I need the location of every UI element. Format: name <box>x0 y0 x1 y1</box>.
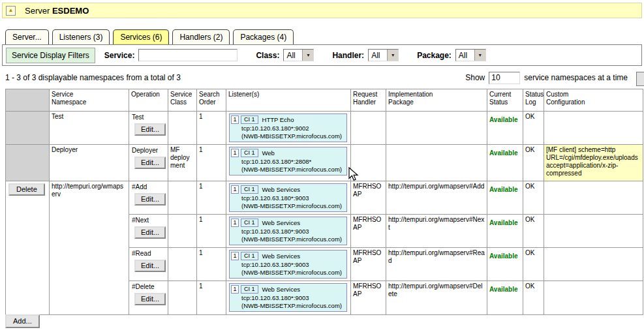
server-label: Server <box>25 6 50 16</box>
implementation-package-cell: http://tempuri.org/wmapserv#Add <box>386 181 487 215</box>
custom-config-line: URL=/cgi/mfdeploy.exe/uploads <box>546 154 641 162</box>
namespace-count-summary: 1 - 3 of 3 displayable namespaces from a… <box>5 73 181 82</box>
header-listeners: Listener(s) <box>226 89 351 112</box>
namespace-cell: Test <box>50 112 129 145</box>
custom-config-line: accept=application/x-zip-compressed <box>546 162 641 177</box>
delete-button[interactable]: Delete <box>8 183 45 196</box>
custom-config-line: [MF client] scheme=http <box>546 146 641 154</box>
table-row: Delete http://tempuri.org/wmapserv #Add … <box>6 181 643 215</box>
listener-conversation: CI 1 <box>241 219 258 227</box>
edit-button[interactable]: Edit... <box>134 157 166 169</box>
listener-index: 1 <box>231 185 239 194</box>
listeners-cell: 1 CI 1 Web Services tcp:10.120.63.180*:9… <box>226 181 351 215</box>
listener-conversation: CI 1 <box>241 185 258 194</box>
listener-host: (NWB-MBISSETXP.microfocus.com) <box>230 166 346 174</box>
listener-header: 1 CI 1 HTTP Echo <box>230 114 346 125</box>
server-title: Server ESDEMO <box>25 6 89 16</box>
listener-host: (NWB-MBISSETXP.microfocus.com) <box>230 235 346 243</box>
tab-packages[interactable]: Packages (4) <box>233 29 294 44</box>
listener-box: 1 CI 1 Web Services tcp:10.120.63.180*:9… <box>229 283 347 312</box>
tab-handlers[interactable]: Handlers (2) <box>172 29 230 44</box>
class-filter-label: Class: <box>256 51 279 60</box>
edge-button-partial[interactable] <box>636 72 644 86</box>
chevron-down-icon: ▼ <box>474 50 485 61</box>
edit-button[interactable]: Edit... <box>134 260 166 272</box>
header-current-status: Current Status <box>487 89 523 112</box>
handler-filter-select[interactable]: All ▼ <box>368 49 399 61</box>
status-badge: Available <box>489 286 518 293</box>
listener-box: 1 CI 1 HTTP Echo tcp:10.120.63.180*:9002… <box>229 114 347 142</box>
listener-endpoint: tcp:10.120.63.180*:2808* <box>230 158 346 166</box>
handler-filter-label: Handler: <box>332 51 364 60</box>
package-filter-label: Package: <box>417 51 452 60</box>
tab-server[interactable]: Server... <box>5 29 49 44</box>
service-class-cell <box>168 215 197 248</box>
listener-name: Web <box>262 149 275 157</box>
header-implementation-package: Implementation Package <box>386 89 487 112</box>
custom-config-cell <box>544 215 643 248</box>
implementation-package-cell <box>386 112 487 145</box>
status-log-cell: OK <box>523 215 544 248</box>
operation-cell: #Add Edit... <box>129 181 168 215</box>
tab-listeners[interactable]: Listeners (3) <box>52 29 110 44</box>
request-handler-cell: MFRHSOAP <box>351 215 386 248</box>
request-handler-cell <box>351 112 386 145</box>
listener-box: 1 CI 1 Web Services tcp:10.120.63.180*:9… <box>229 217 347 245</box>
delete-cell: Delete <box>6 181 50 315</box>
operation-name: #Add <box>132 183 166 190</box>
operation-cell: #Read Edit... <box>129 248 168 281</box>
search-order-cell: 1 <box>197 281 226 315</box>
package-filter-value: All <box>456 50 474 61</box>
status-badge: Available <box>489 219 518 226</box>
implementation-package-cell <box>386 145 487 181</box>
header-request-handler: Request Handler <box>351 89 386 112</box>
listener-conversation: CI 1 <box>241 149 258 157</box>
show-count-group: Show service namespaces at a time <box>465 70 628 85</box>
add-button[interactable]: Add... <box>5 314 40 328</box>
filter-bar: Service Display Filters Service: Class: … <box>2 44 642 66</box>
listener-name: Web Services <box>262 186 300 193</box>
listener-host: (NWB-MBISSETXP.microfocus.com) <box>230 269 346 277</box>
edit-button[interactable]: Edit... <box>134 193 166 205</box>
listener-conversation: CI 1 <box>241 285 258 294</box>
class-filter-select[interactable]: All ▼ <box>283 49 314 61</box>
header-service-class: Service Class <box>168 89 197 112</box>
listener-name: HTTP Echo <box>262 116 294 123</box>
namespace-cell: Deployer <box>50 145 129 181</box>
listener-box: 1 CI 1 Web tcp:10.120.63.180*:2808* (NWB… <box>229 147 347 175</box>
tab-services[interactable]: Services (6) <box>113 29 169 44</box>
listener-index: 1 <box>231 115 239 124</box>
service-class-cell <box>168 248 197 281</box>
server-admin-page: ▲ Server ESDEMO Server... Listeners (3) … <box>0 0 644 334</box>
operation-cell: Test Edit... <box>129 112 168 145</box>
collapse-triangle-icon[interactable]: ▲ <box>6 6 16 16</box>
edit-button[interactable]: Edit... <box>134 293 166 305</box>
row-selector-cell <box>6 145 50 181</box>
listener-index: 1 <box>231 149 239 157</box>
edit-button[interactable]: Edit... <box>134 226 166 239</box>
chevron-down-icon: ▼ <box>387 50 398 61</box>
listener-header: 1 CI 1 Web Services <box>230 184 346 194</box>
operation-cell: #Next Edit... <box>129 215 168 248</box>
filter-bar-title: Service Display Filters <box>6 48 95 63</box>
operation-cell: #Delete Edit... <box>129 281 168 315</box>
current-status-cell: Available <box>487 112 523 145</box>
request-handler-cell: MFRHSOAP <box>351 181 386 215</box>
request-handler-cell <box>351 145 386 181</box>
current-status-cell: Available <box>487 145 523 181</box>
page-size-input[interactable] <box>489 72 520 84</box>
listener-name: Web Services <box>262 219 300 226</box>
search-order-cell: 1 <box>197 145 226 181</box>
listener-endpoint: tcp:10.120.63.180*:9003 <box>230 294 346 302</box>
tab-bar: Server... Listeners (3) Services (6) Han… <box>5 29 294 44</box>
search-order-cell: 1 <box>197 215 226 248</box>
implementation-package-cell: http://tempuri.org/wmapserv#Next <box>386 215 487 248</box>
package-filter-select[interactable]: All ▼ <box>455 49 486 61</box>
search-order-cell: 1 <box>197 112 226 145</box>
listeners-cell: 1 CI 1 Web Services tcp:10.120.63.180*:9… <box>226 248 351 281</box>
listener-index: 1 <box>231 219 239 227</box>
service-filter-input[interactable] <box>138 49 238 61</box>
edit-button[interactable]: Edit... <box>134 123 166 136</box>
current-status-cell: Available <box>487 248 523 281</box>
listener-host: (NWB-MBISSETXP.microfocus.com) <box>230 132 346 140</box>
